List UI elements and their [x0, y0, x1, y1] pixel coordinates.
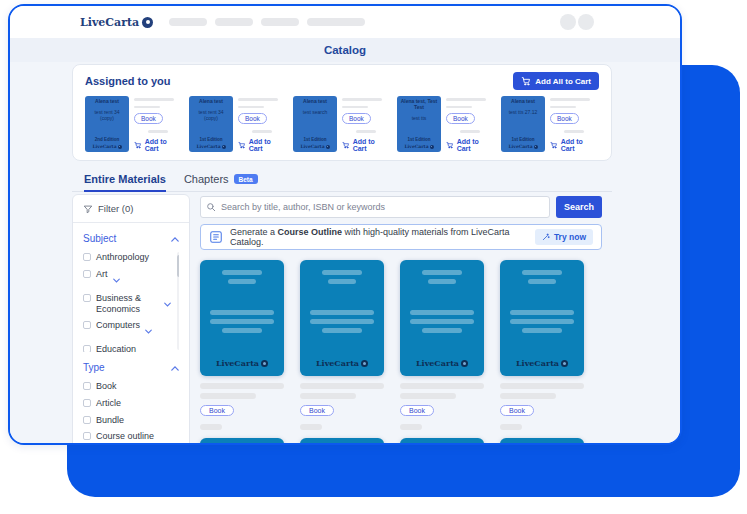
book-title-placeholder — [500, 383, 584, 389]
magic-wand-icon — [542, 233, 550, 241]
search-button[interactable]: Search — [556, 196, 602, 218]
try-now-button[interactable]: Try now — [535, 229, 593, 245]
checkbox[interactable] — [83, 321, 91, 329]
add-to-cart-button[interactable]: Add to Cart — [446, 138, 493, 152]
nav-placeholders — [169, 18, 365, 26]
tab-entire-materials[interactable]: Entire Materials — [84, 173, 166, 192]
catalog-book-item: LiveCartaBook — [500, 260, 584, 430]
placeholder-line — [422, 328, 462, 333]
title-placeholder — [238, 106, 264, 109]
checkbox[interactable] — [83, 432, 91, 440]
filter-section-header-subject[interactable]: Subject — [83, 233, 179, 244]
assigned-book-card[interactable]: Alena testtest tts 27.121st EditionLiveC… — [501, 96, 597, 152]
assigned-book-card[interactable]: Alena testtest rent 34 (copy)1st Edition… — [189, 96, 285, 152]
cover-logo: LiveCarta — [508, 144, 537, 149]
banner-text: Generate a Course Outline with high-qual… — [230, 227, 528, 247]
tab-chapters[interactable]: Chapters Beta — [184, 173, 258, 191]
cover-logo-text: LiveCarta — [196, 144, 220, 149]
cover-logo: LiveCarta — [404, 144, 433, 149]
book-cover[interactable] — [500, 438, 584, 445]
title-placeholder — [446, 98, 486, 101]
search-row: Search — [200, 196, 602, 218]
book-title-placeholder — [400, 383, 484, 389]
title-placeholder — [550, 106, 576, 109]
book-cover[interactable]: LiveCarta — [400, 260, 484, 376]
add-all-to-cart-button[interactable]: Add All to Cart — [513, 72, 599, 90]
book-cover[interactable]: LiveCarta — [300, 260, 384, 376]
cover-edition: 1st Edition — [407, 137, 430, 142]
placeholder-line — [510, 310, 574, 315]
livecarta-logo-icon — [326, 145, 330, 149]
card-details: BookAdd to Cart — [550, 96, 597, 152]
catalog-book-item — [500, 430, 584, 445]
checkbox[interactable] — [83, 294, 91, 302]
cover-edition: 1st Edition — [199, 137, 222, 142]
price-placeholder — [148, 130, 168, 133]
cart-icon — [521, 76, 531, 86]
search-input[interactable] — [200, 196, 550, 218]
checkbox[interactable] — [83, 345, 91, 352]
chevron-up-icon — [171, 233, 179, 244]
filter-option[interactable]: Course outline — [83, 431, 179, 442]
book-cover[interactable] — [200, 438, 284, 445]
checkbox[interactable] — [83, 382, 91, 390]
checkbox[interactable] — [83, 399, 91, 407]
nav-placeholder[interactable] — [215, 18, 253, 26]
nav-placeholder[interactable] — [307, 18, 365, 26]
cover-text-placeholder — [510, 310, 574, 333]
add-to-cart-button[interactable]: Add to Cart — [342, 138, 389, 152]
book-title-placeholder — [300, 383, 384, 389]
checkbox[interactable] — [83, 253, 91, 261]
book-cover[interactable]: LiveCarta — [200, 260, 284, 376]
placeholder-line — [328, 279, 356, 284]
placeholder-line — [210, 319, 274, 324]
add-to-cart-button[interactable]: Add to Cart — [134, 138, 181, 152]
cover-logo-text: LiveCarta — [92, 144, 116, 149]
avatar-placeholder[interactable] — [578, 14, 594, 30]
filter-header[interactable]: Filter (0) — [83, 203, 179, 214]
avatar-placeholder[interactable] — [560, 14, 576, 30]
chevron-up-icon — [171, 362, 179, 373]
filter-option[interactable]: Anthropology — [83, 252, 171, 263]
logo-text: LiveCarta — [80, 16, 139, 29]
book-cover: Alena testtest rent 34 (copy)2nd Edition… — [85, 96, 129, 152]
cover-logo-text: LiveCarta — [508, 144, 532, 149]
filter-section-header-type[interactable]: Type — [83, 362, 179, 373]
filter-option[interactable]: Business & Economics — [83, 293, 171, 315]
book-cover[interactable] — [400, 438, 484, 445]
add-to-cart-button[interactable]: Add to Cart — [550, 138, 597, 152]
divider — [73, 222, 189, 223]
book-type-badge: Book — [550, 113, 579, 124]
cover-edition: 1st Edition — [303, 137, 326, 142]
cover-title: test tts 27.12 — [509, 110, 538, 116]
nav-placeholder[interactable] — [261, 18, 299, 26]
assigned-book-card[interactable]: Alena test, Test Testtest tts1st Edition… — [397, 96, 493, 152]
livecarta-logo-icon — [534, 145, 538, 149]
book-cover[interactable]: LiveCarta — [500, 260, 584, 376]
add-to-cart-label: Add to Cart — [561, 138, 597, 152]
checkbox[interactable] — [83, 416, 91, 424]
filter-option[interactable]: Art — [83, 269, 171, 287]
scrollbar-thumb[interactable] — [177, 255, 179, 277]
filter-option[interactable]: Book — [83, 381, 179, 392]
filter-option[interactable]: Education — [83, 344, 171, 352]
filter-option[interactable]: Bundle — [83, 415, 179, 426]
price-placeholder — [252, 130, 272, 133]
checkbox[interactable] — [83, 270, 91, 278]
book-cover[interactable] — [300, 438, 384, 445]
filter-option[interactable]: Article — [83, 398, 179, 409]
nav-placeholder[interactable] — [169, 18, 207, 26]
course-outline-icon — [209, 230, 223, 244]
catalog-title-bar: Catalog — [10, 38, 680, 62]
placeholder-line — [410, 319, 474, 324]
assigned-book-card[interactable]: Alena testtest rent 34 (copy)2nd Edition… — [85, 96, 181, 152]
book-title-placeholder — [200, 383, 284, 389]
filter-list-type: BookArticleBundleCourse outlineEssayExam… — [83, 381, 179, 445]
assigned-book-card[interactable]: Alena testtest search1st EditionLiveCart… — [293, 96, 389, 152]
placeholder-line — [522, 328, 562, 333]
title-placeholder — [342, 106, 368, 109]
cover-title-placeholder — [222, 270, 262, 284]
add-to-cart-button[interactable]: Add to Cart — [238, 138, 285, 152]
livecarta-logo-icon — [561, 360, 568, 367]
filter-option[interactable]: Computers — [83, 320, 171, 338]
